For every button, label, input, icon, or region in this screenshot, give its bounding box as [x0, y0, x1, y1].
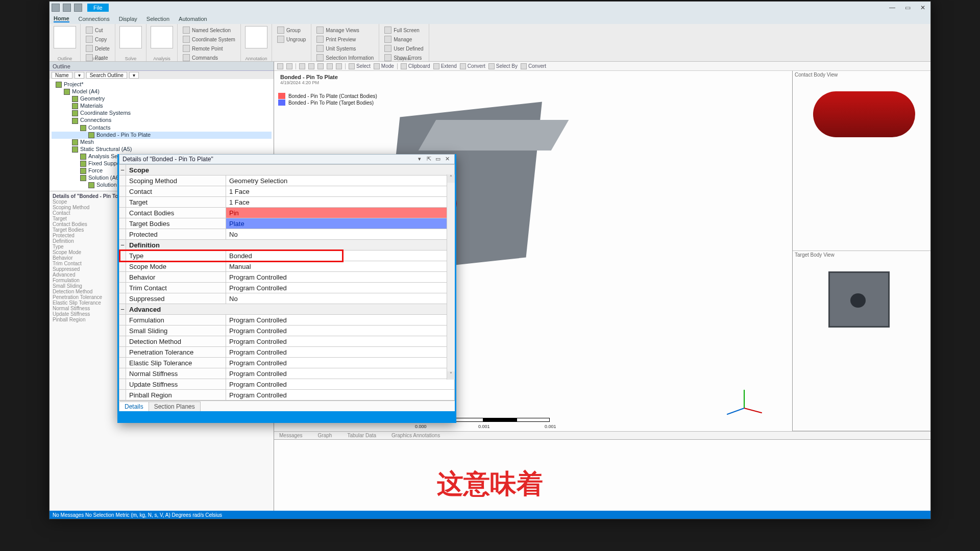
gfx-tool[interactable]: Extend	[433, 63, 457, 69]
ribbon-item[interactable]: Manage Views	[315, 26, 375, 34]
ribbon-tab-home[interactable]: Home	[54, 15, 69, 22]
outline-filter-bar[interactable]: Name▾Search Outline▾	[50, 71, 274, 79]
tree-node[interactable]: Contacts	[52, 124, 272, 132]
graphics-toolbar[interactable]: SelectModeClipboardExtendConvertSelect B…	[274, 62, 930, 71]
outline-filter[interactable]: Search Outline	[86, 72, 127, 79]
gfx-tool[interactable]: Clipboard	[401, 63, 430, 69]
window-min-button[interactable]: —	[885, 2, 900, 14]
gfx-tool[interactable]: Mode	[374, 63, 394, 69]
tree-node[interactable]: Mesh	[52, 139, 272, 146]
ribbon-item[interactable]: Delete	[85, 44, 111, 53]
details-popup-title[interactable]: Details of "Bonded - Pin To Plate" ▾ ⇱ ▭…	[119, 154, 455, 164]
gfx-tool[interactable]	[327, 63, 333, 69]
property-row[interactable]: BehaviorProgram Controlled	[119, 272, 455, 283]
tree-node[interactable]: Bonded - Pin To Plate	[52, 132, 272, 139]
tree-node[interactable]: Connections	[52, 117, 272, 124]
property-row[interactable]: Elastic Slip ToleranceProgram Controlled	[119, 358, 455, 368]
property-row[interactable]: Pinball RegionProgram Controlled	[119, 390, 455, 400]
popup-max-icon[interactable]: ▭	[434, 156, 442, 163]
gfx-tool[interactable]: Convert	[521, 63, 546, 69]
ribbon-item[interactable]: Unit Systems	[315, 44, 375, 53]
section-header[interactable]: −Definition	[119, 240, 455, 251]
property-row[interactable]: Target BodiesPlate	[119, 218, 455, 229]
ribbon-tab-display[interactable]: Display	[119, 16, 137, 22]
ribbon-item[interactable]: Group	[276, 26, 307, 34]
ribbon-item[interactable]: Full Screen	[383, 26, 424, 34]
ribbon-big-button[interactable]	[151, 26, 173, 48]
outline-filter[interactable]: ▾	[75, 72, 84, 79]
property-row[interactable]: Scope ModeManual	[119, 261, 455, 272]
gfx-tool[interactable]	[308, 63, 314, 69]
gfx-tool[interactable]: Select	[349, 63, 371, 69]
popup-pin-icon[interactable]: ⇱	[425, 156, 433, 163]
property-row[interactable]: ProtectedNo	[119, 229, 455, 240]
property-row[interactable]: Contact BodiesPin	[119, 208, 455, 218]
tree-node[interactable]: Materials	[52, 103, 272, 110]
section-header[interactable]: −Scope	[119, 165, 455, 176]
tab-section-planes[interactable]: Section Planes	[149, 402, 201, 411]
gfx-tool[interactable]: Convert	[460, 63, 485, 69]
ribbon-item[interactable]: Named Selection	[182, 26, 236, 34]
property-row[interactable]: Penetration ToleranceProgram Controlled	[119, 347, 455, 358]
tree-node[interactable]: Coordinate Systems	[52, 110, 272, 117]
ribbon-item[interactable]: Copy	[85, 35, 111, 43]
outline-filter[interactable]: Name	[52, 72, 72, 79]
window-close-button[interactable]: ✕	[915, 2, 930, 14]
popup-close-icon[interactable]: ✕	[443, 156, 451, 163]
ribbon-item[interactable]: Remote Point	[182, 44, 236, 53]
triad-icon[interactable]	[736, 383, 772, 419]
ribbon-item[interactable]: Ungroup	[276, 35, 307, 43]
tree-node[interactable]: Model (A4)	[52, 88, 272, 95]
details-scrollbar[interactable]: ˄ ˅	[447, 174, 455, 380]
tab-details[interactable]: Details	[119, 402, 149, 411]
tree-node[interactable]: Static Structural (A5)	[52, 146, 272, 153]
lower-tab[interactable]: Tabular Data	[347, 433, 376, 438]
property-row[interactable]: Normal StiffnessProgram Controlled	[119, 368, 455, 379]
property-row[interactable]: Scoping MethodGeometry Selection	[119, 176, 455, 186]
ribbon-item[interactable]: Commands	[182, 54, 236, 62]
qat-save-icon[interactable]	[63, 4, 71, 12]
ribbon-item[interactable]: Cut	[85, 26, 111, 34]
popup-dropdown-icon[interactable]: ▾	[415, 156, 424, 163]
lower-tab[interactable]: Graph	[318, 433, 332, 438]
ribbon-big-button[interactable]	[54, 26, 76, 48]
lower-tab[interactable]: Graphics Annotations	[391, 433, 440, 438]
ribbon-item[interactable]: User Defined	[383, 44, 424, 53]
property-row[interactable]: Update StiffnessProgram Controlled	[119, 379, 455, 390]
outline-filter[interactable]: ▾	[129, 72, 139, 79]
property-row[interactable]: Detection MethodProgram Controlled	[119, 336, 455, 347]
lower-tab-bar[interactable]: MessagesGraphTabular DataGraphics Annota…	[274, 431, 930, 439]
ribbon-item[interactable]: Manage	[383, 35, 424, 43]
scroll-down-icon[interactable]: ˅	[447, 371, 455, 380]
property-row[interactable]: FormulationProgram Controlled	[119, 315, 455, 325]
gfx-tool[interactable]	[286, 63, 292, 69]
ribbon-item[interactable]: Selection Information	[315, 54, 375, 62]
tree-node[interactable]: Project*	[52, 81, 272, 88]
ribbon-item[interactable]: Print Preview	[315, 35, 375, 43]
gfx-tool[interactable]	[277, 63, 283, 69]
gfx-tool[interactable]	[299, 63, 305, 69]
property-row[interactable]: TypeBonded	[119, 251, 455, 261]
property-row[interactable]: Contact1 Face	[119, 186, 455, 197]
gfx-tool[interactable]	[336, 63, 342, 69]
ribbon-item[interactable]: Coordinate System	[182, 35, 236, 43]
contact-body-preview[interactable]	[813, 91, 915, 137]
details-property-table[interactable]: −ScopeScoping MethodGeometry SelectionCo…	[119, 164, 455, 400]
ribbon-big-button[interactable]	[245, 26, 267, 48]
ribbon-tab-connections[interactable]: Connections	[79, 16, 110, 22]
file-tab[interactable]: File	[87, 4, 109, 12]
ribbon-tab-selection[interactable]: Selection	[146, 16, 169, 22]
gfx-tool[interactable]: Select By	[488, 63, 518, 69]
details-tab-strip[interactable]: Details Section Planes	[119, 400, 455, 411]
property-row[interactable]: Target1 Face	[119, 197, 455, 208]
property-row[interactable]: Trim ContactProgram Controlled	[119, 283, 455, 293]
qat-undo-icon[interactable]	[74, 4, 82, 12]
gfx-tool[interactable]	[317, 63, 324, 69]
section-header[interactable]: −Advanced	[119, 304, 455, 315]
tree-node[interactable]: Geometry	[52, 95, 272, 103]
property-row[interactable]: SuppressedNo	[119, 293, 455, 304]
property-row[interactable]: Small SlidingProgram Controlled	[119, 325, 455, 336]
target-body-preview[interactable]	[828, 271, 890, 328]
window-max-button[interactable]: ▭	[900, 2, 915, 14]
scroll-up-icon[interactable]: ˄	[447, 174, 455, 183]
